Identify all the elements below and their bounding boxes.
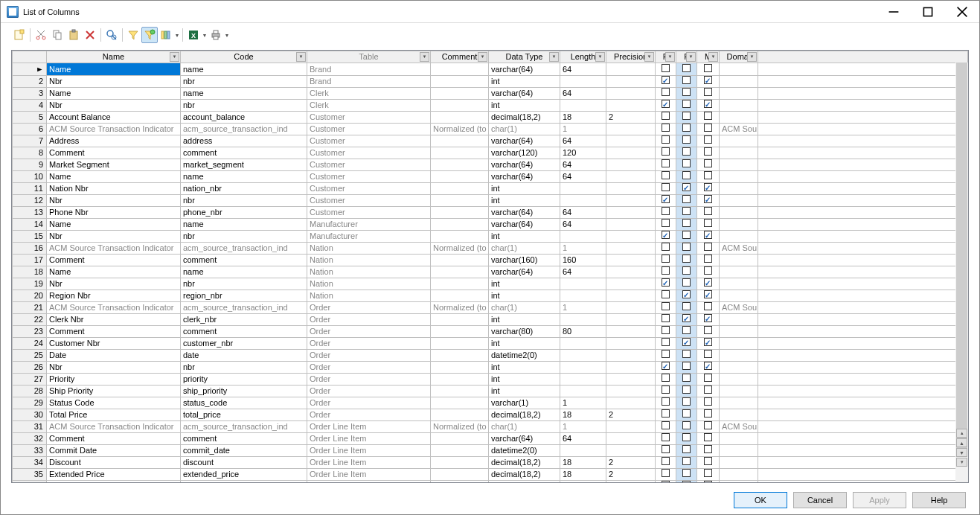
table-row[interactable]: 17CommentcommentNationvarchar(160)160 bbox=[13, 255, 968, 266]
cell-name[interactable]: Nbr bbox=[47, 76, 181, 88]
row-header[interactable]: 32 bbox=[13, 433, 47, 445]
cell-domain[interactable] bbox=[720, 112, 758, 124]
cell-m[interactable] bbox=[697, 362, 720, 374]
cell-datatype[interactable]: char(1) bbox=[489, 421, 560, 433]
cell-f[interactable] bbox=[676, 278, 697, 290]
cell-datatype[interactable]: int bbox=[489, 100, 560, 112]
cell-datatype[interactable]: varchar(64) bbox=[489, 433, 560, 445]
cell-code[interactable]: commit_date bbox=[181, 445, 307, 457]
cell-datatype[interactable]: decimal(18,2) bbox=[489, 469, 560, 481]
cell-table[interactable]: Customer bbox=[307, 112, 431, 124]
cell-name[interactable]: Name bbox=[47, 63, 181, 76]
cell-f[interactable] bbox=[676, 481, 697, 483]
cell-name[interactable]: Clerk Nbr bbox=[47, 314, 181, 326]
checkbox-icon[interactable] bbox=[662, 76, 670, 84]
cell-p[interactable] bbox=[656, 338, 676, 350]
cell-precision[interactable] bbox=[606, 386, 656, 397]
cell-comment[interactable] bbox=[431, 183, 489, 195]
checkbox-icon[interactable] bbox=[704, 231, 712, 239]
checkbox-icon[interactable] bbox=[704, 374, 712, 382]
cell-name[interactable]: ACM Source Transaction Indicator bbox=[47, 124, 181, 135]
cell-domain[interactable] bbox=[720, 326, 758, 338]
cell-comment[interactable]: Normalized (to bbox=[431, 302, 489, 314]
checkbox-icon[interactable] bbox=[704, 266, 712, 275]
cell-p[interactable] bbox=[656, 219, 676, 231]
checkbox-icon[interactable] bbox=[704, 243, 712, 251]
cell-domain[interactable] bbox=[720, 338, 758, 350]
checkbox-icon[interactable] bbox=[682, 433, 691, 441]
cell-comment[interactable] bbox=[431, 338, 489, 350]
column-header[interactable]: Length▼ bbox=[560, 51, 606, 63]
checkbox-icon[interactable] bbox=[662, 171, 670, 179]
cell-precision[interactable] bbox=[606, 350, 656, 362]
cell-domain[interactable] bbox=[720, 409, 758, 421]
cell-comment[interactable] bbox=[431, 397, 489, 409]
checkbox-icon[interactable] bbox=[662, 124, 670, 132]
cell-domain[interactable] bbox=[720, 445, 758, 457]
cell-name[interactable]: Status Code bbox=[47, 397, 181, 409]
cell-datatype[interactable]: varchar(1) bbox=[489, 397, 560, 409]
column-filter-dropdown-icon[interactable]: ▼ bbox=[549, 52, 559, 62]
cell-table[interactable]: Customer bbox=[307, 183, 431, 195]
checkbox-icon[interactable] bbox=[662, 481, 670, 482]
cell-datatype[interactable]: int bbox=[489, 76, 560, 88]
cell-name[interactable]: Nation Nbr bbox=[47, 183, 181, 195]
cell-f[interactable] bbox=[676, 445, 697, 457]
checkbox-icon[interactable] bbox=[682, 338, 691, 346]
row-header[interactable]: 26 bbox=[13, 362, 47, 374]
row-header[interactable]: 2 bbox=[13, 76, 47, 88]
row-header[interactable]: 10 bbox=[13, 171, 47, 183]
table-row[interactable]: 9Market Segmentmarket_segmentCustomervar… bbox=[13, 159, 968, 171]
cell-precision[interactable] bbox=[606, 374, 656, 386]
cell-m[interactable] bbox=[697, 278, 720, 290]
table-row[interactable]: 13Phone Nbrphone_nbrCustomervarchar(64)6… bbox=[13, 207, 968, 219]
cell-code[interactable]: account_balance bbox=[181, 112, 307, 124]
cell-p[interactable] bbox=[656, 135, 676, 147]
cell-p[interactable] bbox=[656, 326, 676, 338]
cell-p[interactable] bbox=[656, 386, 676, 397]
row-header[interactable]: 14 bbox=[13, 219, 47, 231]
cell-name[interactable]: Date bbox=[47, 350, 181, 362]
cell-datatype[interactable]: decimal(18,2) bbox=[489, 457, 560, 469]
cell-f[interactable] bbox=[676, 207, 697, 219]
column-filter-dropdown-icon[interactable]: ▼ bbox=[478, 52, 487, 62]
cell-p[interactable] bbox=[656, 421, 676, 433]
cell-comment[interactable] bbox=[431, 147, 489, 159]
cell-domain[interactable] bbox=[720, 290, 758, 302]
cell-code[interactable]: comment bbox=[181, 255, 307, 266]
checkbox-icon[interactable] bbox=[704, 255, 712, 263]
checkbox-icon[interactable] bbox=[662, 231, 670, 239]
column-filter-dropdown-icon[interactable]: ▼ bbox=[420, 52, 429, 62]
checkbox-icon[interactable] bbox=[704, 124, 712, 132]
column-header[interactable]: Table▼ bbox=[307, 51, 431, 63]
cell-comment[interactable] bbox=[431, 433, 489, 445]
cell-p[interactable] bbox=[656, 266, 676, 278]
checkbox-icon[interactable] bbox=[682, 159, 691, 167]
cell-domain[interactable] bbox=[720, 469, 758, 481]
column-header[interactable]: M▼ bbox=[697, 51, 720, 63]
cell-comment[interactable] bbox=[431, 255, 489, 266]
cell-comment[interactable] bbox=[431, 409, 489, 421]
table-row[interactable]: 29Status Codestatus_codeOrdervarchar(1)1 bbox=[13, 397, 968, 409]
minimize-button[interactable] bbox=[877, 1, 911, 23]
cell-f[interactable] bbox=[676, 350, 697, 362]
cell-m[interactable] bbox=[697, 124, 720, 135]
cell-comment[interactable] bbox=[431, 231, 489, 243]
checkbox-icon[interactable] bbox=[682, 147, 691, 156]
cell-length[interactable] bbox=[560, 195, 606, 207]
cell-name[interactable]: Customer Nbr bbox=[47, 338, 181, 350]
checkbox-icon[interactable] bbox=[682, 243, 691, 251]
scroll-up-icon[interactable]: ▲ bbox=[956, 438, 967, 447]
checkbox-icon[interactable] bbox=[662, 445, 670, 453]
cell-datatype[interactable]: decimal(18,2) bbox=[489, 409, 560, 421]
checkbox-icon[interactable] bbox=[682, 374, 691, 382]
checkbox-icon[interactable] bbox=[704, 207, 712, 215]
checkbox-icon[interactable] bbox=[704, 386, 712, 394]
cell-m[interactable] bbox=[697, 135, 720, 147]
cell-p[interactable] bbox=[656, 88, 676, 100]
checkbox-icon[interactable] bbox=[662, 397, 670, 406]
table-row[interactable]: 14NamenameManufacturervarchar(64)64 bbox=[13, 219, 968, 231]
table-row[interactable]: 27PrioritypriorityOrderint bbox=[13, 374, 968, 386]
cell-code[interactable]: total_price bbox=[181, 409, 307, 421]
column-header[interactable]: Data Type▼ bbox=[489, 51, 560, 63]
